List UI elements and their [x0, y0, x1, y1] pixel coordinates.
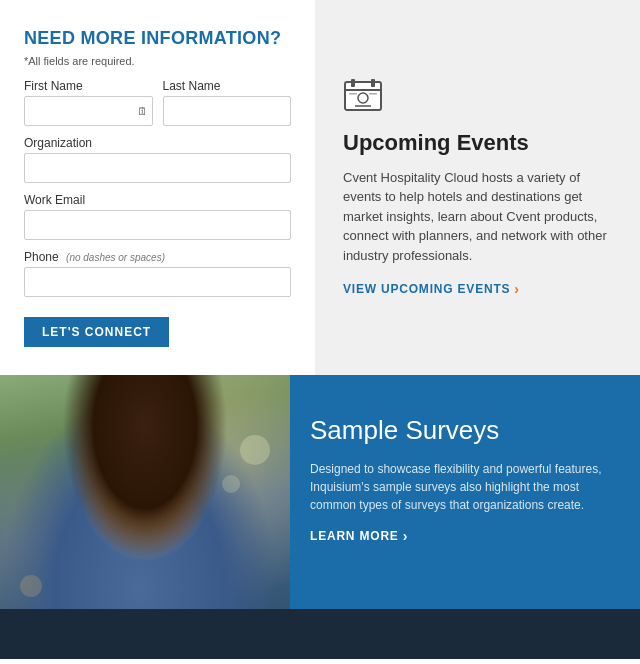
bokeh-light-2 — [222, 475, 240, 493]
upcoming-events-icon — [343, 78, 612, 118]
chevron-right-icon: › — [514, 281, 519, 297]
work-email-group: Work Email — [24, 193, 291, 240]
sample-surveys-title: Sample Surveys — [310, 415, 610, 446]
first-name-group: First Name 🗓 — [24, 79, 153, 126]
last-name-label: Last Name — [163, 79, 292, 93]
events-description: Cvent Hospitality Cloud hosts a variety … — [343, 168, 612, 266]
sample-surveys-description: Designed to showcase flexibility and pow… — [310, 460, 610, 514]
phone-hint: (no dashes or spaces) — [66, 252, 165, 263]
events-panel: Upcoming Events Cvent Hospitality Cloud … — [315, 0, 640, 375]
first-name-input[interactable] — [24, 96, 153, 126]
work-email-input[interactable] — [24, 210, 291, 240]
work-email-label: Work Email — [24, 193, 291, 207]
form-required-note: *All fields are required. — [24, 55, 291, 67]
form-panel: NEED MORE INFORMATION? *All fields are r… — [0, 0, 315, 375]
svg-rect-6 — [349, 93, 357, 95]
organization-group: Organization — [24, 136, 291, 183]
phone-label: Phone (no dashes or spaces) — [24, 250, 291, 264]
last-name-group: Last Name — [163, 79, 292, 126]
form-title: NEED MORE INFORMATION? — [24, 28, 291, 49]
bottom-section: Sample Surveys Designed to showcase flex… — [0, 375, 640, 659]
svg-rect-2 — [371, 79, 375, 87]
view-upcoming-events-link[interactable]: VIEW UPCOMING EVENTS › — [343, 281, 612, 297]
phone-input[interactable] — [24, 267, 291, 297]
events-title: Upcoming Events — [343, 130, 612, 156]
learn-more-link[interactable]: LEARN MORE › — [310, 528, 610, 544]
bottom-dark-bar — [0, 609, 640, 659]
lets-connect-button[interactable]: LET'S CONNECT — [24, 317, 169, 347]
first-name-label: First Name — [24, 79, 153, 93]
bokeh-light-1 — [240, 435, 270, 465]
phone-group: Phone (no dashes or spaces) — [24, 250, 291, 297]
learn-more-chevron-icon: › — [403, 528, 408, 544]
last-name-input[interactable] — [163, 96, 292, 126]
svg-rect-1 — [351, 79, 355, 87]
organization-input[interactable] — [24, 153, 291, 183]
svg-rect-7 — [369, 93, 377, 95]
organization-label: Organization — [24, 136, 291, 150]
bokeh-light-3 — [20, 575, 42, 597]
